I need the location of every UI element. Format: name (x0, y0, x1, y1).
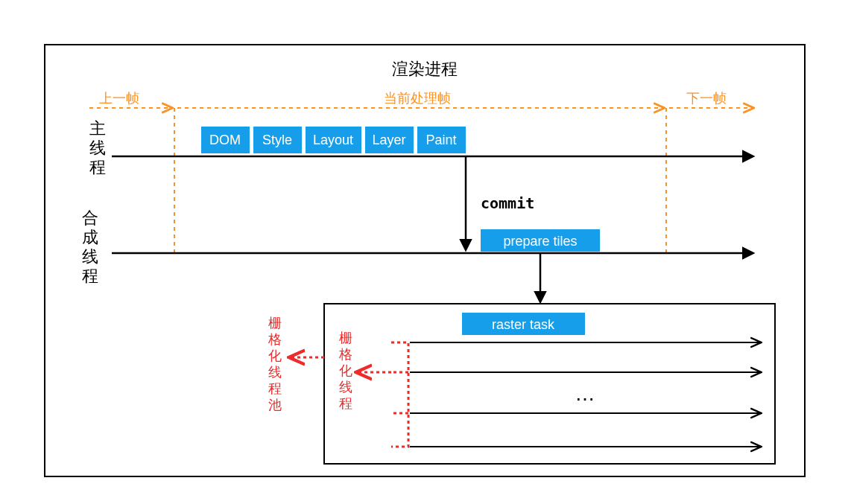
frame-next-label: 下一帧 (686, 91, 727, 106)
raster-task-box: raster task (462, 313, 585, 335)
pipeline-box-paint: Paint (417, 127, 466, 153)
frame-axis: 上一帧 当前处理帧 下一帧 (89, 91, 753, 253)
lane-compositor-label: 合 成 线 程 (82, 208, 103, 285)
pipeline-box-style: Style (253, 127, 302, 153)
svg-text:Layout: Layout (313, 133, 353, 147)
svg-text:DOM: DOM (209, 133, 241, 147)
svg-text:prepare tiles: prepare tiles (503, 234, 577, 249)
svg-text:raster task: raster task (492, 317, 555, 332)
raster-pool: raster task ⋯ 栅 格 化 线 程 (324, 304, 775, 464)
svg-text:Style: Style (262, 133, 292, 147)
diagram-svg: 渲染进程 上一帧 当前处理帧 下一帧 主 线 程 DOM Style (0, 0, 851, 504)
compositor-box-prepare-tiles: prepare tiles (481, 229, 600, 252)
commit-label: commit (481, 194, 534, 212)
frame-current-label: 当前处理帧 (384, 91, 451, 106)
pipeline-box-dom: DOM (201, 127, 250, 153)
raster-thread-label: 栅 格 化 线 程 (338, 331, 356, 411)
lane-main: 主 线 程 DOM Style Layout Layer Paint (89, 119, 753, 176)
diagram-title: 渲染进程 (392, 60, 458, 78)
outer-process-box (45, 45, 805, 476)
frame-prev-label: 上一帧 (99, 91, 139, 106)
raster-pool-label: 栅 格 化 线 程 池 (268, 316, 285, 412)
lane-main-label: 主 线 程 (89, 119, 110, 176)
raster-ellipsis: ⋯ (575, 388, 595, 410)
pipeline-box-layout: Layout (306, 127, 361, 153)
svg-text:Layer: Layer (372, 133, 405, 147)
svg-text:Paint: Paint (426, 133, 456, 147)
lane-compositor: 合 成 线 程 prepare tiles (82, 208, 753, 285)
pipeline-box-layer: Layer (365, 127, 414, 153)
